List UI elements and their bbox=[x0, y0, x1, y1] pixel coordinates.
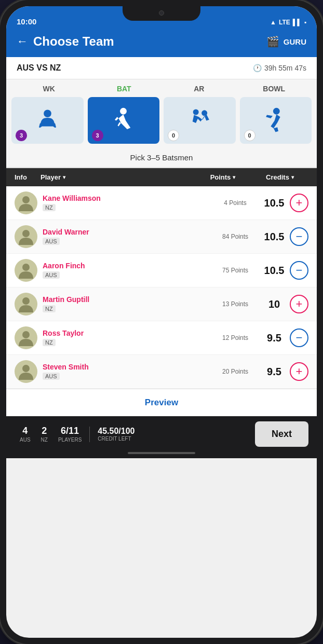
player-country: NZ bbox=[43, 204, 56, 211]
player-info: Steven Smith AUS bbox=[43, 363, 212, 380]
clock-icon: 🕐 bbox=[253, 64, 262, 72]
bottom-bar: 4 AUS 2 NZ 6/11 PLAYERS 45.50/100 CREDIT… bbox=[6, 416, 317, 452]
phone-screen: 10:00 ▲ LTE ▌▌ ▪ ← Choose Team 🎬 GURU AU… bbox=[6, 6, 317, 638]
aus-count: 4 bbox=[20, 426, 31, 436]
timer-value: 39h 55m 47s bbox=[264, 64, 306, 72]
credit-label: CREDIT LEFT bbox=[98, 436, 134, 442]
svg-point-10 bbox=[22, 365, 30, 372]
preview-button[interactable]: Preview bbox=[145, 398, 178, 408]
tab-label-ar[interactable]: AR bbox=[162, 85, 237, 93]
aus-stat: 4 AUS bbox=[15, 426, 36, 443]
guru-label[interactable]: GURU bbox=[284, 37, 306, 46]
home-bar bbox=[128, 452, 195, 454]
svg-point-7 bbox=[22, 264, 30, 271]
th-player: Player ▾ bbox=[41, 173, 194, 181]
tab-card-bowl[interactable]: 0 bbox=[240, 97, 312, 144]
player-info: Ross Taylor NZ bbox=[43, 329, 212, 347]
stat-divider bbox=[89, 427, 90, 442]
th-points: Points ▾ bbox=[194, 173, 251, 181]
table-header: Info Player ▾ Points ▾ Credits ▾ bbox=[6, 168, 317, 186]
svg-point-1 bbox=[120, 107, 127, 114]
tab-label-wk[interactable]: WK bbox=[11, 85, 87, 93]
th-credits: Credits ▾ bbox=[251, 173, 308, 181]
action-button-remove[interactable]: − bbox=[290, 227, 308, 246]
table-row: Martin Guptill NZ 13 Points 10 + bbox=[6, 287, 317, 321]
credit-value: 45.50/100 bbox=[98, 427, 134, 436]
nz-count: 2 bbox=[41, 426, 48, 436]
player-credits: 10.5 bbox=[259, 197, 290, 209]
player-avatar bbox=[15, 360, 37, 383]
action-button-add[interactable]: + bbox=[290, 362, 308, 381]
back-button[interactable]: ← bbox=[17, 35, 28, 48]
player-avatar bbox=[15, 293, 37, 316]
tab-label-bat[interactable]: BAT bbox=[87, 85, 162, 93]
action-button-add[interactable]: + bbox=[290, 194, 308, 212]
tab-card-wk[interactable]: 3 bbox=[11, 97, 84, 144]
table-row: Aaron Finch AUS 75 Points 10.5 − bbox=[6, 254, 317, 287]
player-points: 20 Points bbox=[212, 368, 259, 375]
wifi-icon: ▲ bbox=[270, 19, 276, 26]
player-credits: 10.5 bbox=[259, 265, 290, 277]
guru-icon: 🎬 bbox=[266, 35, 279, 48]
svg-point-6 bbox=[22, 230, 30, 237]
players-stat: 6/11 PLAYERS bbox=[53, 426, 87, 443]
action-button-add[interactable]: + bbox=[290, 295, 308, 313]
player-country: AUS bbox=[43, 373, 60, 380]
player-avatar bbox=[15, 225, 37, 248]
pick-info: Pick 3–5 Batsmen bbox=[6, 148, 317, 168]
tab-card-ar[interactable]: 0 bbox=[164, 97, 236, 144]
player-country: NZ bbox=[43, 339, 56, 346]
next-button[interactable]: Next bbox=[255, 421, 308, 447]
player-country: NZ bbox=[43, 305, 56, 312]
player-name: Ross Taylor bbox=[43, 329, 212, 337]
match-name: AUS VS NZ bbox=[17, 63, 61, 73]
tab-label-bowl[interactable]: BOWL bbox=[237, 85, 312, 93]
player-info: Kane Williamson NZ bbox=[43, 194, 212, 212]
player-info: Martin Guptill NZ bbox=[43, 295, 212, 313]
player-name: David Warner bbox=[43, 228, 212, 236]
player-points: 4 Points bbox=[212, 199, 259, 207]
player-avatar bbox=[15, 326, 37, 349]
svg-point-2 bbox=[193, 109, 198, 115]
bowl-badge: 0 bbox=[244, 130, 255, 141]
home-indicator bbox=[6, 452, 317, 458]
player-credits: 10.5 bbox=[259, 231, 290, 243]
svg-point-4 bbox=[273, 107, 280, 114]
position-tabs: WK BAT AR BOWL 3 bbox=[6, 79, 317, 148]
action-button-remove[interactable]: − bbox=[290, 328, 308, 347]
player-country: AUS bbox=[43, 271, 60, 279]
credits-sort-icon[interactable]: ▾ bbox=[291, 174, 294, 180]
battery-icon: ▪ bbox=[304, 19, 306, 26]
preview-bar: Preview bbox=[6, 389, 317, 416]
front-camera bbox=[159, 10, 164, 16]
action-button-remove[interactable]: − bbox=[290, 261, 308, 280]
credit-stat: 45.50/100 CREDIT LEFT bbox=[92, 427, 140, 442]
tab-card-bat[interactable]: 3 bbox=[88, 97, 160, 144]
ar-badge: 0 bbox=[168, 130, 179, 141]
player-credits: 10 bbox=[259, 298, 290, 310]
aus-label: AUS bbox=[20, 437, 31, 443]
player-credits: 9.5 bbox=[259, 366, 290, 378]
table-row: David Warner AUS 84 Points 10.5 − bbox=[6, 220, 317, 254]
page-title: Choose Team bbox=[33, 34, 114, 49]
svg-point-0 bbox=[44, 109, 51, 117]
players-count: 6/11 bbox=[58, 426, 82, 436]
bat-badge: 3 bbox=[92, 130, 103, 141]
header: ← Choose Team 🎬 GURU bbox=[6, 29, 317, 57]
player-name: Martin Guptill bbox=[43, 295, 212, 304]
match-timer: 🕐 39h 55m 47s bbox=[253, 64, 306, 72]
player-points: 13 Points bbox=[212, 300, 259, 308]
header-right: 🎬 GURU bbox=[266, 35, 306, 48]
points-sort-icon[interactable]: ▾ bbox=[233, 174, 235, 180]
svg-point-5 bbox=[22, 196, 30, 203]
status-icons: ▲ LTE ▌▌ ▪ bbox=[270, 19, 306, 26]
player-sort-icon[interactable]: ▾ bbox=[63, 174, 65, 180]
table-row: Steven Smith AUS 20 Points 9.5 + bbox=[6, 355, 317, 389]
table-row: Ross Taylor NZ 12 Points 9.5 − bbox=[6, 321, 317, 355]
tab-images: 3 3 bbox=[6, 93, 317, 148]
nz-stat: 2 NZ bbox=[36, 426, 53, 443]
nz-label: NZ bbox=[41, 437, 48, 443]
player-info: Aaron Finch AUS bbox=[43, 262, 212, 279]
player-points: 84 Points bbox=[212, 233, 259, 240]
player-credits: 9.5 bbox=[259, 332, 290, 344]
